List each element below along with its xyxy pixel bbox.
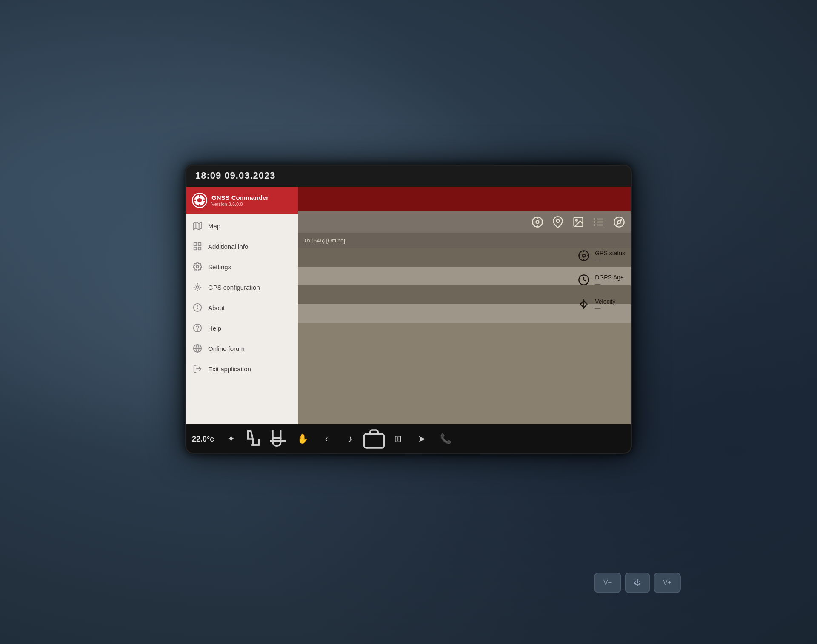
datetime-display: 18:09 09.03.2023 [195, 170, 276, 181]
taskbar-grid-icon[interactable]: ⊞ [386, 424, 410, 454]
sidebar-item-online-forum-label: Online forum [208, 345, 245, 352]
gnss-logo-icon [192, 193, 207, 208]
sidebar-item-settings[interactable]: Settings [185, 256, 298, 277]
taskbar-phone-icon[interactable]: 📞 [434, 424, 457, 454]
svg-marker-6 [193, 222, 202, 230]
gps-status-value: — [595, 256, 625, 263]
sidebar-item-exit-application[interactable]: Exit application [185, 359, 298, 379]
app-title-block: GNSS Commander Version 3.6.0.0 [211, 194, 269, 207]
taskbar-gesture-icon[interactable]: ✋ [291, 424, 314, 454]
help-icon [193, 323, 202, 333]
content-toolbar [298, 211, 632, 233]
sidebar-item-settings-label: Settings [208, 263, 231, 271]
sidebar-item-help[interactable]: Help [185, 318, 298, 338]
taskbar-seat-icon[interactable] [243, 424, 267, 454]
sidebar-item-online-forum[interactable]: Online forum [185, 338, 298, 359]
main-content-area: 0x1546) [Offline] [298, 187, 632, 424]
app-header: GNSS Commander Version 3.6.0.0 [185, 187, 298, 214]
toolbar-pin-icon[interactable] [552, 216, 564, 228]
svg-rect-49 [364, 434, 384, 448]
gps-status-label: GPS status [595, 250, 625, 256]
car-background: 18:09 09.03.2023 [0, 0, 817, 644]
menu-items-list: Map Additional info [185, 214, 298, 424]
dgps-age-label: DGPS Age [595, 274, 624, 281]
sidebar-item-additional-info[interactable]: Additional info [185, 236, 298, 256]
velocity-icon [578, 298, 590, 310]
volume-down-button[interactable]: V− [594, 573, 621, 593]
dgps-age-icon [578, 274, 590, 286]
status-text: 0x1546) [Offline] [305, 237, 345, 244]
map-icon [193, 221, 202, 231]
sidebar-item-map-label: Map [208, 222, 220, 230]
content-data-area: GPS status — [298, 248, 632, 424]
gps-status-icon [578, 250, 590, 262]
sidebar-item-additional-info-label: Additional info [208, 243, 248, 250]
screen-main: GNSS Commander Version 3.6.0.0 [185, 187, 632, 424]
svg-point-41 [583, 254, 586, 257]
sidebar-item-help-label: Help [208, 325, 221, 332]
taskbar-fan-icon[interactable]: ✦ [219, 424, 243, 454]
status-bar: 0x1546) [Offline] [298, 233, 632, 248]
sidebar-item-about-label: About [208, 304, 225, 311]
physical-buttons-group: V− ⏻ V+ [594, 573, 681, 593]
screen-header: 18:09 09.03.2023 [185, 165, 632, 187]
velocity-value: — [595, 305, 615, 311]
app-title: GNSS Commander [211, 194, 269, 202]
info-icon [193, 303, 202, 312]
temperature-display: 22.0°c [192, 435, 214, 444]
gps-status-row: GPS status — [578, 250, 625, 263]
svg-point-14 [196, 286, 199, 288]
taskbar-navigation-icon[interactable]: ➤ [410, 424, 434, 454]
app-version: Version 3.6.0.0 [211, 202, 269, 207]
gps-status-content: GPS status — [595, 250, 625, 263]
svg-point-13 [196, 265, 199, 268]
svg-rect-11 [194, 247, 197, 250]
taskbar-back-icon[interactable]: ‹ [314, 424, 338, 454]
volume-up-button[interactable]: V+ [654, 573, 681, 593]
svg-rect-10 [198, 243, 201, 245]
velocity-row: Velocity — [578, 298, 625, 311]
dgps-age-row: DGPS Age — [578, 274, 625, 287]
gps-config-icon [193, 282, 202, 292]
exit-icon [193, 364, 202, 373]
app-logo [192, 193, 207, 208]
velocity-content: Velocity — [595, 298, 615, 311]
settings-icon [193, 262, 202, 271]
taskbar-briefcase-icon[interactable] [362, 424, 386, 454]
svg-marker-39 [617, 220, 621, 224]
toolbar-compass-icon[interactable] [613, 216, 625, 228]
svg-point-38 [614, 217, 624, 227]
power-button[interactable]: ⏻ [625, 573, 650, 593]
grid-icon [193, 242, 202, 251]
toolbar-image-icon[interactable] [572, 216, 584, 228]
sidebar-item-gps-configuration[interactable]: GPS configuration [185, 277, 298, 297]
toolbar-location-icon[interactable] [531, 216, 543, 228]
taskbar-music-icon[interactable]: ♪ [338, 424, 362, 454]
sidebar-menu: GNSS Commander Version 3.6.0.0 [185, 187, 298, 424]
velocity-label: Velocity [595, 298, 615, 305]
dgps-age-value: — [595, 281, 624, 287]
taskbar-heated-seat-icon[interactable] [267, 424, 291, 454]
svg-point-1 [197, 198, 202, 202]
svg-rect-9 [194, 243, 197, 245]
sidebar-item-about[interactable]: About [185, 297, 298, 318]
dgps-age-content: DGPS Age — [595, 274, 624, 287]
svg-point-24 [536, 221, 539, 224]
sidebar-item-exit-application-label: Exit application [208, 365, 251, 373]
globe-icon [193, 344, 202, 353]
svg-rect-12 [198, 247, 201, 250]
gps-info-panel: GPS status — [578, 250, 625, 317]
toolbar-list-icon[interactable] [593, 216, 605, 228]
taskbar: 22.0°c ✦ ✋ ‹ ♪ [185, 424, 632, 454]
svg-point-31 [576, 219, 577, 221]
car-screen: 18:09 09.03.2023 [185, 165, 632, 454]
sidebar-item-map[interactable]: Map [185, 216, 298, 236]
svg-point-29 [557, 219, 560, 222]
sidebar-item-gps-configuration-label: GPS configuration [208, 284, 260, 291]
